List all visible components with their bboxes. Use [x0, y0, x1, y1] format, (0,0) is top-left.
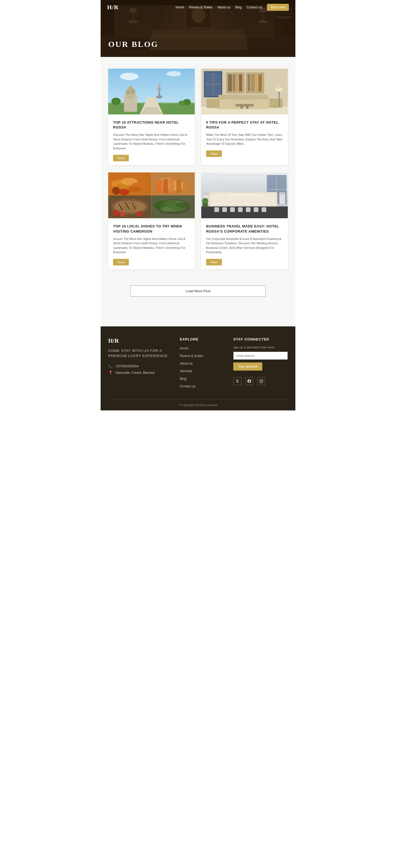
- svg-rect-70: [246, 106, 248, 109]
- footer-link-blog[interactable]: Blog: [180, 377, 186, 381]
- svg-point-23: [166, 71, 181, 76]
- svg-rect-129: [253, 188, 258, 192]
- footer-social-links: [233, 377, 288, 385]
- blog-card-4-read-button[interactable]: Read: [206, 259, 222, 266]
- footer-link-contact[interactable]: Contact us: [180, 384, 195, 388]
- location-icon: 📍: [108, 371, 113, 375]
- blog-card-4-title: BUSINESS TRAVEL MADE EASY: HOTEL ROSSA'S…: [206, 224, 283, 234]
- svg-rect-137: [262, 207, 266, 212]
- svg-point-79: [128, 186, 141, 192]
- blog-card-1-image: [108, 68, 195, 115]
- footer-link-rooms[interactable]: Rooms & Suites: [180, 354, 203, 358]
- footer-brand-col: H/R COME STAY WITH US FOR A PREMIUM LUXR…: [108, 337, 172, 391]
- svg-rect-27: [141, 113, 162, 114]
- footer-stay-updated-button[interactable]: Stay updated: [233, 363, 262, 371]
- svg-rect-125: [222, 188, 227, 192]
- svg-rect-126: [230, 188, 235, 192]
- blog-card-1-desc: Discover The Must-See Sights And Hidden …: [113, 132, 190, 150]
- footer-explore-col: EXPLORE Home Rooms & Suites About us Ser…: [180, 337, 225, 391]
- svg-point-108: [173, 206, 183, 211]
- footer-explore-title: EXPLORE: [180, 337, 225, 341]
- svg-rect-124: [214, 188, 219, 192]
- svg-rect-67: [269, 99, 282, 108]
- blog-card-3-body: TOP 10 LOCAL DISHES TO TRY WHEN VISITING…: [108, 219, 195, 269]
- blog-card-2-body: 5 TIPS FOR A PERFECT STAY AT HOTEL ROSSA…: [201, 115, 288, 161]
- blog-card-3-image: [108, 172, 195, 219]
- svg-point-42: [112, 98, 121, 105]
- twitter-icon[interactable]: [233, 377, 241, 385]
- nav-blog[interactable]: Blog: [235, 5, 242, 9]
- footer-link-services[interactable]: Services: [180, 369, 192, 373]
- nav-links: Home Rooms & Suites About us Blog Contac…: [176, 4, 289, 11]
- svg-point-98: [137, 211, 143, 217]
- blog-card-1: TOP 10 ATTRACTIONS NEAR HOTEL ROSSA Disc…: [108, 68, 195, 165]
- blog-card-2-read-button[interactable]: Read: [206, 150, 222, 157]
- blog-card-3-read-button[interactable]: Read: [113, 259, 129, 266]
- svg-point-40: [126, 89, 130, 95]
- svg-point-139: [202, 198, 208, 203]
- nav-rooms[interactable]: Rooms & Suites: [189, 5, 212, 9]
- svg-point-41: [131, 89, 135, 94]
- svg-rect-62: [258, 74, 262, 91]
- svg-rect-61: [255, 74, 258, 91]
- svg-point-96: [113, 210, 119, 216]
- svg-point-44: [179, 100, 185, 106]
- blog-card-1-read-button[interactable]: Read: [113, 155, 129, 161]
- svg-rect-28: [143, 111, 161, 113]
- svg-point-97: [120, 212, 125, 217]
- svg-point-107: [160, 207, 171, 212]
- blog-card-4-body: BUSINESS TRAVEL MADE EASY: HOTEL ROSSA'S…: [201, 219, 288, 269]
- svg-rect-131: [214, 207, 219, 212]
- svg-point-34: [157, 86, 161, 88]
- facebook-icon[interactable]: [245, 377, 253, 385]
- svg-rect-68: [236, 104, 254, 106]
- blog-card-4: BUSINESS TRAVEL MADE EASY: HOTEL ROSSA'S…: [201, 172, 288, 269]
- blog-grid: TOP 10 ATTRACTIONS NEAR HOTEL ROSSA Disc…: [108, 68, 288, 269]
- blog-card-1-body: TOP 10 ATTRACTIONS NEAR HOTEL ROSSA Disc…: [108, 115, 195, 165]
- footer-newsletter-text: sign up to get latest hotel news: [233, 346, 288, 349]
- svg-rect-59: [248, 74, 250, 91]
- footer-phone-item: 📞 +237654356554: [108, 364, 172, 368]
- svg-rect-85: [157, 180, 162, 193]
- hero-title: OUR BLOG: [108, 39, 158, 49]
- footer-phone: +237654356554: [115, 364, 139, 368]
- svg-rect-65: [218, 95, 268, 99]
- blog-card-4-desc: Our Corporate Amenities Ensure A Seamles…: [206, 237, 283, 254]
- svg-rect-119: [227, 194, 262, 196]
- navbar: H/R Home Rooms & Suites About us Blog Co…: [101, 0, 295, 14]
- blog-card-2-desc: Make The Most Of Your Stay With Our Insi…: [206, 132, 283, 146]
- svg-rect-55: [236, 74, 238, 91]
- footer-link-about[interactable]: About us: [180, 362, 192, 365]
- nav-about[interactable]: About us: [217, 5, 230, 9]
- blog-section: TOP 10 ATTRACTIONS NEAR HOTEL ROSSA Disc…: [101, 57, 295, 277]
- nav-book-button[interactable]: Book now: [267, 4, 289, 11]
- svg-point-81: [119, 189, 129, 195]
- spacer: [101, 310, 295, 327]
- svg-rect-134: [238, 207, 242, 212]
- instagram-icon[interactable]: [257, 377, 265, 385]
- svg-rect-133: [230, 207, 235, 212]
- footer-email-input[interactable]: [233, 351, 288, 360]
- svg-point-73: [277, 86, 281, 89]
- svg-rect-29: [144, 109, 159, 111]
- nav-contact[interactable]: Contact us: [247, 5, 262, 9]
- blog-card-2-title: 5 TIPS FOR A PERFECT STAY AT HOTEL ROSSA: [206, 120, 283, 130]
- svg-rect-112: [227, 175, 262, 176]
- svg-rect-60: [251, 74, 255, 91]
- svg-rect-88: [176, 180, 181, 193]
- footer-logo[interactable]: H/R: [108, 337, 172, 344]
- nav-logo[interactable]: H/R: [107, 4, 119, 11]
- svg-rect-121: [204, 192, 210, 195]
- footer-address: Yaaounde, Centre, Biamasi: [115, 371, 155, 375]
- footer-address-item: 📍 Yaaounde, Centre, Biamasi: [108, 371, 172, 375]
- svg-point-33: [157, 88, 162, 91]
- blog-card-1-title: TOP 10 ATTRACTIONS NEAR HOTEL ROSSA: [113, 120, 190, 130]
- nav-home[interactable]: Home: [176, 5, 184, 9]
- svg-rect-66: [206, 99, 219, 108]
- blog-card-2-image: [201, 68, 288, 115]
- svg-rect-87: [170, 178, 174, 193]
- footer: H/R COME STAY WITH US FOR A PREMIUM LUXR…: [101, 327, 295, 410]
- load-more-button[interactable]: Load More Post: [130, 285, 266, 297]
- footer-link-home[interactable]: Home: [180, 346, 188, 350]
- svg-rect-71: [279, 89, 280, 106]
